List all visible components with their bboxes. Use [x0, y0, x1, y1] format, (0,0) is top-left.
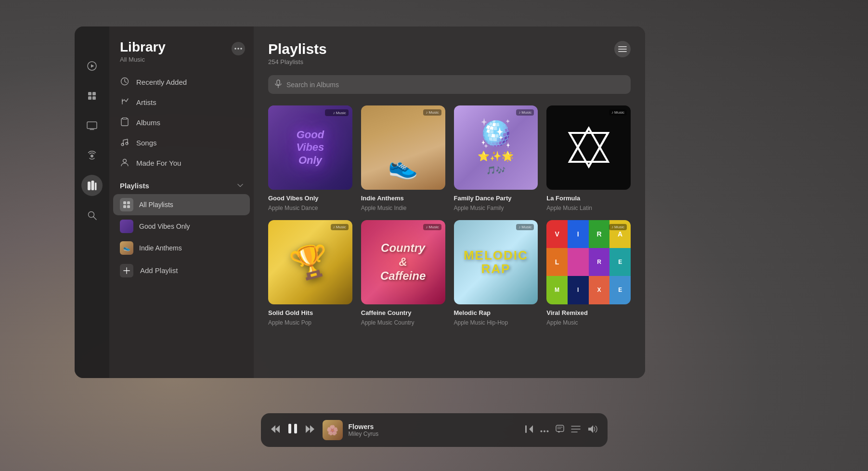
svg-marker-45 — [529, 425, 533, 433]
rail-icon-search[interactable] — [81, 205, 103, 226]
albums-label: Albums — [136, 118, 160, 127]
svg-rect-20 — [123, 118, 127, 119]
rail-icon-tv[interactable] — [81, 115, 103, 136]
svg-rect-33 — [277, 80, 280, 85]
svg-marker-43 — [306, 425, 310, 433]
caffeine-country-cover: Country&Caffeine ♪ Music — [361, 220, 445, 304]
app-window: Library All Music Recently Ad — [75, 26, 645, 378]
track-info: Flowers Miley Cyrus — [349, 423, 517, 437]
search-input[interactable] — [286, 81, 624, 89]
svg-rect-6 — [87, 122, 97, 129]
add-playlist-item[interactable]: Add Playlist — [113, 259, 250, 282]
svg-rect-46 — [525, 425, 527, 433]
rail-icon-play[interactable] — [81, 55, 103, 77]
rail-icon-browse[interactable] — [81, 85, 103, 106]
apple-music-badge-7: ♪ Music — [516, 224, 534, 230]
viral-remixed-cover: V I R A L R E M I X E ♪ Music — [546, 220, 631, 304]
playlists-chevron-icon[interactable] — [237, 182, 243, 189]
recently-added-label: Recently Added — [136, 78, 187, 86]
caffeine-country-card-title: Caffeine Country — [361, 309, 445, 316]
player-track: 🌸 Flowers Miley Cyrus — [323, 420, 517, 440]
playlist-card-family-dance[interactable]: 🪩 ⭐✨🌟 🎵🎶 ♪ Music Family Dance Party Appl… — [454, 105, 538, 211]
made-for-you-icon — [120, 158, 130, 169]
svg-point-49 — [546, 431, 548, 432]
solid-gold-card-title: Solid Gold Hits — [268, 309, 352, 316]
library-more-button[interactable] — [232, 42, 245, 55]
recently-added-icon — [120, 77, 130, 88]
svg-point-48 — [544, 431, 545, 432]
pause-button[interactable] — [288, 423, 298, 437]
playlist-card-solid-gold[interactable]: 🏆 ♪ Music Solid Gold Hits Apple Music Po… — [268, 220, 352, 326]
songs-label: Songs — [136, 139, 157, 147]
more-options-button[interactable] — [540, 426, 549, 434]
good-vibes-thumb — [120, 220, 133, 233]
main-title: Playlists — [268, 41, 327, 57]
family-dance-cover: 🪩 ⭐✨🌟 🎵🎶 ♪ Music — [454, 105, 538, 190]
apple-music-badge-2: ♪ Music — [423, 109, 441, 116]
track-thumbnail: 🌸 — [323, 420, 343, 440]
playlist-item-all-playlists[interactable]: All Playlists — [113, 194, 250, 215]
artists-label: Artists — [136, 98, 156, 106]
svg-rect-42 — [294, 424, 297, 433]
playlist-item-indie-anthems[interactable]: 👟 Indie Anthems — [113, 237, 250, 259]
playlist-card-melodic-rap[interactable]: MELODICRAP ♪ Music Melodic Rap Apple Mus… — [454, 220, 538, 326]
good-vibes-card-title: Good Vibes Only — [268, 195, 352, 202]
volume-button[interactable] — [587, 425, 598, 435]
svg-rect-5 — [92, 96, 96, 100]
caffeine-country-card-subtitle: Apple Music Country — [361, 319, 445, 326]
playlist-card-indie-anthems[interactable]: 👟 ♪ Music Indie Anthems Apple Music Indi… — [361, 105, 445, 211]
melodic-rap-cover: MELODICRAP ♪ Music — [454, 220, 538, 304]
svg-rect-3 — [92, 92, 96, 95]
playlist-card-good-vibes[interactable]: GoodVibesOnly ♪ Music Good Vibes Only Ap… — [268, 105, 352, 211]
melodic-rap-card-title: Melodic Rap — [454, 309, 538, 316]
apple-music-badge-6: ♪ Music — [423, 224, 441, 230]
svg-point-15 — [237, 48, 239, 50]
nav-item-albums[interactable]: Albums — [113, 113, 250, 132]
svg-line-13 — [93, 217, 96, 220]
menu-button[interactable] — [614, 41, 631, 57]
viral-remixed-card-subtitle: Apple Music — [546, 319, 631, 326]
svg-rect-10 — [91, 181, 94, 190]
queue-button[interactable] — [571, 425, 581, 435]
viral-remixed-card-title: Viral Remixed — [546, 309, 631, 316]
svg-rect-2 — [88, 92, 91, 95]
songs-icon — [120, 138, 130, 148]
fast-forward-button[interactable] — [305, 425, 315, 436]
playlist-card-caffeine-country[interactable]: Country&Caffeine ♪ Music Caffeine Countr… — [361, 220, 445, 326]
playlist-card-viral-remixed[interactable]: V I R A L R E M I X E ♪ Music — [546, 220, 631, 326]
library-subtitle: All Music — [120, 56, 166, 63]
family-dance-card-title: Family Dance Party — [454, 195, 538, 202]
playlist-item-good-vibes[interactable]: Good Vibes Only — [113, 216, 250, 237]
made-for-you-label: Made For You — [136, 159, 181, 167]
track-artist: Miley Cyrus — [349, 431, 517, 437]
good-vibes-card-subtitle: Apple Music Dance — [268, 205, 352, 211]
all-playlists-label: All Playlists — [139, 201, 173, 209]
player-controls — [271, 423, 315, 437]
apple-music-badge-8: ♪ Music — [609, 224, 627, 230]
nav-item-artists[interactable]: Artists — [113, 93, 250, 112]
rail-icon-radio[interactable] — [81, 145, 103, 166]
family-dance-card-subtitle: Apple Music Family — [454, 205, 538, 211]
rewind-button[interactable] — [271, 425, 280, 436]
lyrics-button[interactable] — [556, 425, 564, 435]
nav-item-songs[interactable]: Songs — [113, 133, 250, 153]
track-name: Flowers — [349, 423, 517, 431]
nav-item-made-for-you[interactable]: Made For You — [113, 154, 250, 173]
player-bar: 🌸 Flowers Miley Cyrus — [261, 413, 608, 447]
apple-music-badge-4: ♪ Music — [609, 109, 627, 116]
playlists-grid: GoodVibesOnly ♪ Music Good Vibes Only Ap… — [268, 105, 631, 326]
sidebar: Library All Music Recently Ad — [109, 26, 254, 378]
skip-back-button[interactable] — [525, 425, 533, 435]
la-formula-card-subtitle: Apple Music Latin — [546, 205, 631, 211]
sidebar-nav: Recently Added Artists A — [109, 73, 254, 378]
indie-anthems-card-title: Indie Anthems — [361, 195, 445, 202]
playlist-card-la-formula[interactable]: ♪ Music La Formula Apple Music Latin — [546, 105, 631, 211]
nav-item-recently-added[interactable]: Recently Added — [113, 73, 250, 92]
good-vibes-cover: GoodVibesOnly ♪ Music — [268, 105, 352, 190]
indie-anthems-label: Indie Anthems — [139, 244, 182, 252]
add-playlist-icon — [120, 264, 133, 277]
svg-marker-39 — [275, 425, 280, 433]
all-playlists-thumb — [120, 198, 133, 211]
rail-icon-library[interactable] — [81, 175, 103, 196]
svg-rect-41 — [288, 424, 291, 433]
